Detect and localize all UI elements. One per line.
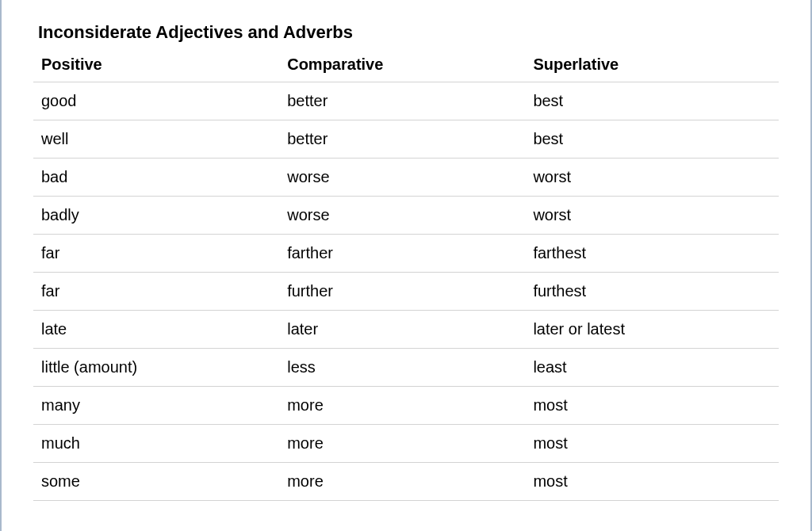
cell-positive: badly — [33, 197, 279, 235]
cell-superlative: best — [525, 82, 779, 120]
cell-positive: many — [33, 387, 279, 425]
cell-superlative: most — [525, 425, 779, 463]
cell-comparative: worse — [279, 159, 525, 197]
cell-comparative: worse — [279, 197, 525, 235]
col-comparative: Comparative — [279, 48, 525, 82]
cell-comparative: later — [279, 311, 525, 349]
cell-superlative: least — [525, 349, 779, 387]
cell-comparative: farther — [279, 235, 525, 273]
cell-comparative: better — [279, 82, 525, 120]
table-row: badly worse worst — [33, 197, 779, 235]
cell-positive: bad — [33, 159, 279, 197]
cell-superlative: most — [525, 387, 779, 425]
cell-superlative: best — [525, 120, 779, 159]
cell-superlative: farthest — [525, 235, 779, 273]
adjectives-table: Positive Comparative Superlative good be… — [33, 48, 779, 501]
page-frame: Inconsiderate Adjectives and Adverbs Pos… — [0, 0, 812, 531]
cell-comparative: better — [279, 120, 525, 159]
cell-positive: much — [33, 425, 279, 463]
cell-comparative: less — [279, 349, 525, 387]
cell-positive: little (amount) — [33, 349, 279, 387]
cell-superlative: later or latest — [525, 311, 779, 349]
cell-positive: late — [33, 311, 279, 349]
table-row: well better best — [33, 120, 779, 159]
cell-comparative: more — [279, 387, 525, 425]
col-superlative: Superlative — [525, 48, 779, 82]
table-row: little (amount) less least — [33, 349, 779, 387]
cell-positive: far — [33, 235, 279, 273]
cell-positive: far — [33, 273, 279, 311]
table-row: many more most — [33, 387, 779, 425]
table-row: good better best — [33, 82, 779, 120]
cell-superlative: most — [525, 463, 779, 501]
cell-superlative: worst — [525, 197, 779, 235]
cell-positive: some — [33, 463, 279, 501]
table-row: far further furthest — [33, 273, 779, 311]
cell-comparative: more — [279, 425, 525, 463]
table-row: far farther farthest — [33, 235, 779, 273]
table-row: bad worse worst — [33, 159, 779, 197]
cell-comparative: more — [279, 463, 525, 501]
cell-comparative: further — [279, 273, 525, 311]
cell-positive: well — [33, 120, 279, 159]
table-row: some more most — [33, 463, 779, 501]
table-title: Inconsiderate Adjectives and Adverbs — [33, 22, 779, 43]
col-positive: Positive — [33, 48, 279, 82]
table-row: late later later or latest — [33, 311, 779, 349]
table-row: much more most — [33, 425, 779, 463]
cell-superlative: furthest — [525, 273, 779, 311]
cell-superlative: worst — [525, 159, 779, 197]
table-header-row: Positive Comparative Superlative — [33, 48, 779, 82]
cell-positive: good — [33, 82, 279, 120]
